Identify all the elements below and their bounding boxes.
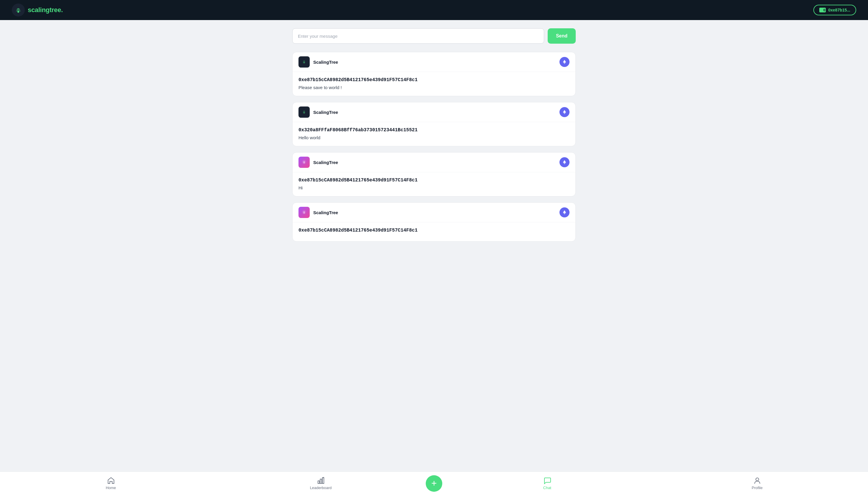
nav-label-home: Home xyxy=(106,485,116,490)
eth-badge xyxy=(559,157,570,167)
chat-card-body: 0xe87b15cCA8982d5B4121765e439d91F57C14F8… xyxy=(293,72,575,96)
svg-point-6 xyxy=(304,113,305,114)
wallet-icon xyxy=(819,8,826,12)
chat-card: ScalingTree 0x320a8FFfaF8068Bff76ab37301… xyxy=(292,102,576,146)
eth-badge xyxy=(559,207,570,217)
chat-card-header: ScalingTree xyxy=(293,153,575,172)
chat-card-body: 0x320a8FFfaF8068Bff76ab373015723441Bc155… xyxy=(293,122,575,146)
chat-card: ScalingTree 0xe87b15cCA8982d5B4121765e43… xyxy=(292,202,576,242)
ethereum-icon xyxy=(562,59,567,65)
profile-icon xyxy=(753,477,761,484)
eth-badge xyxy=(559,57,570,67)
svg-point-8 xyxy=(304,163,305,164)
svg-point-14 xyxy=(756,478,759,481)
avatar xyxy=(298,106,310,118)
svg-point-1 xyxy=(17,11,19,13)
logo-text: scalingtree. xyxy=(28,6,63,14)
chat-card-header: ScalingTree xyxy=(293,203,575,222)
svg-point-10 xyxy=(304,213,305,214)
message-input-row: Send xyxy=(292,28,576,44)
nav-item-leaderboard[interactable]: Leaderboard xyxy=(216,477,426,490)
wallet-address: 0xe87b15cCA8982d5B4121765e439d91F57C14F8… xyxy=(298,77,570,83)
username: ScalingTree xyxy=(313,160,338,165)
svg-point-5 xyxy=(304,63,305,64)
chat-card-user: ScalingTree xyxy=(298,106,338,118)
chat-card-user: ScalingTree xyxy=(298,207,338,218)
chat-card-body: 0xe87b15cCA8982d5B4121765e439d91F57C14F8… xyxy=(293,172,575,196)
chat-card-user: ScalingTree xyxy=(298,56,338,68)
svg-rect-12 xyxy=(320,479,322,483)
main-content: Send ScalingTree xyxy=(286,20,582,495)
wallet-button[interactable]: 0xe87b15... xyxy=(813,5,856,15)
ethereum-icon xyxy=(562,210,567,215)
chat-card-user: ScalingTree xyxy=(298,157,338,168)
wallet-address: 0xe87b15cCA8982d5B4121765e439d91F57C14F8… xyxy=(298,177,570,183)
username: ScalingTree xyxy=(313,110,338,115)
nav-item-chat[interactable]: Chat xyxy=(442,477,652,490)
chat-list: ScalingTree 0xe87b15cCA8982d5B4121765e43… xyxy=(292,52,576,242)
message-text: Hi xyxy=(298,185,570,190)
send-button[interactable]: Send xyxy=(548,28,576,44)
leaderboard-icon xyxy=(317,477,325,484)
username: ScalingTree xyxy=(313,210,338,215)
svg-point-4 xyxy=(824,10,825,11)
nav-label-leaderboard: Leaderboard xyxy=(310,485,332,490)
chat-card: ScalingTree 0xe87b15cCA8982d5B4121765e43… xyxy=(292,152,576,197)
chat-card-header: ScalingTree xyxy=(293,52,575,72)
ethereum-icon xyxy=(562,109,567,115)
app-header: scalingtree. 0xe87b15... xyxy=(0,0,868,20)
svg-rect-13 xyxy=(323,478,324,483)
message-text: Please save to world ! xyxy=(298,85,570,90)
nav-item-profile[interactable]: Profile xyxy=(652,477,862,490)
avatar xyxy=(298,56,310,68)
svg-rect-11 xyxy=(318,481,320,483)
chat-card-body: 0xe87b15cCA8982d5B4121765e439d91F57C14F8… xyxy=(293,222,575,241)
ethereum-icon xyxy=(562,159,567,165)
chat-card: ScalingTree 0xe87b15cCA8982d5B4121765e43… xyxy=(292,52,576,96)
chat-icon xyxy=(543,477,551,484)
nav-label-profile: Profile xyxy=(752,485,763,490)
wallet-address: 0x320a8FFfaF8068Bff76ab373015723441Bc155… xyxy=(298,127,570,133)
nav-plus-button[interactable]: + xyxy=(426,475,442,492)
eth-badge xyxy=(559,107,570,117)
chat-card-header: ScalingTree xyxy=(293,102,575,122)
message-input[interactable] xyxy=(292,28,544,44)
scalingtree-logo-icon xyxy=(12,3,25,17)
wallet-address-label: 0xe87b15... xyxy=(828,8,850,12)
username: ScalingTree xyxy=(313,59,338,65)
plus-icon: + xyxy=(431,478,437,488)
avatar xyxy=(298,157,310,168)
avatar xyxy=(298,207,310,218)
message-text: Hello world xyxy=(298,135,570,140)
bottom-nav: Home Leaderboard + Chat Profile xyxy=(0,472,868,495)
nav-label-chat: Chat xyxy=(543,485,551,490)
home-icon xyxy=(107,477,115,484)
wallet-address: 0xe87b15cCA8982d5B4121765e439d91F57C14F8… xyxy=(298,228,570,233)
logo-area: scalingtree. xyxy=(12,3,63,17)
nav-item-home[interactable]: Home xyxy=(6,477,216,490)
